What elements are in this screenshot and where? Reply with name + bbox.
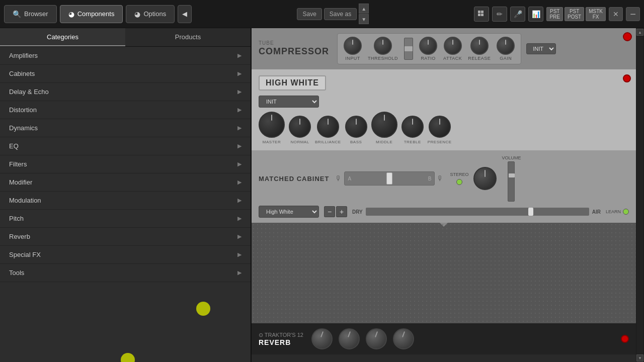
grille-pattern [252,223,636,323]
close-button[interactable]: ✕ [609,7,623,21]
category-arrow: ▶ [237,125,242,131]
tc-attack-knob[interactable] [444,37,462,55]
category-item-amplifiers[interactable]: Amplifiers▶ [0,47,251,65]
hw-header: HIGH WHITE [259,75,629,90]
hw-middle-label: MIDDLE [376,140,392,144]
hw-master-knob[interactable] [259,112,285,138]
products-tab[interactable]: Products [125,28,251,46]
mc-minus-button[interactable]: − [324,206,335,217]
tc-preset-dropdown[interactable]: INIT [526,43,556,54]
tc-threshold-label: THRESHOLD [368,56,398,61]
mc-volume-fader[interactable] [508,161,515,202]
mc-right-controls: STEREO VOLUME [450,155,521,202]
mc-learn-led[interactable] [623,209,629,215]
components-icon: ◕ [68,10,74,18]
mc-volume-knob[interactable] [473,167,497,190]
tc-input-group: INPUT [344,37,362,61]
pencil-icon[interactable]: ✏ [492,7,507,22]
mc-stereo-led[interactable] [456,179,462,185]
bar-chart-icon[interactable]: 📊 [528,7,543,22]
hw-brilliance-knob[interactable] [317,116,339,138]
hw-middle-knob[interactable] [371,112,397,138]
mstk-fx-button[interactable]: MSTKFX [586,7,606,21]
main-content: Categories Products Amplifiers▶Cabinets▶… [0,28,644,362]
minimize-button[interactable]: − [626,7,640,21]
category-item-dynamics[interactable]: Dynamics▶ [0,119,251,137]
categories-tab[interactable]: Categories [0,28,125,46]
tc-fader[interactable] [404,38,413,60]
traktor-knob-3[interactable] [366,328,387,349]
tc-threshold-knob[interactable] [374,37,392,55]
traktor-knob-4[interactable] [393,328,414,349]
tc-threshold-group: THRESHOLD [368,37,398,61]
mc-stereo-label: STEREO [450,172,468,177]
mc-ab-handle[interactable] [386,172,392,185]
tc-title: TUBE COMPRESSOR [259,40,329,57]
mc-dry-handle [528,208,533,216]
hw-title: HIGH WHITE [259,75,326,90]
category-item-delay-and-echo[interactable]: Delay & Echo▶ [0,83,251,101]
tc-gain-knob[interactable] [497,37,515,55]
tc-ratio-knob[interactable] [419,37,437,55]
hw-presence-group: PRESENCE [428,116,452,144]
pst-post-button[interactable]: PSTPOST [565,7,584,21]
svg-rect-1 [481,11,484,13]
hw-presence-knob[interactable] [429,116,451,138]
mic-icon[interactable]: 🎤 [510,7,525,22]
browser-icon: 🔍 [13,10,21,18]
mc-header: MATCHED CABINET 🎙 A B 🎙 [259,155,629,202]
toolbar-icons: ✏ 🎤 📊 PSTPRE PSTPOST MSTKFX ✕ − [474,7,640,22]
mc-dry-label: DRY [352,209,363,215]
tc-name: COMPRESSOR [259,46,329,57]
tc-input-knob[interactable] [344,37,362,55]
browser-button[interactable]: 🔍 Browser [4,5,57,23]
save-as-button[interactable]: Save as [324,8,357,20]
tc-gain-group: GAIN [497,37,515,61]
scroll-track[interactable] [636,36,643,354]
category-item-modifier[interactable]: Modifier▶ [0,173,251,192]
tc-ratio-group: RATIO [419,37,437,61]
right-panel-main: TUBE COMPRESSOR INPUT THRESHOLD [252,28,636,362]
traktor-reverb-label: REVERB [259,338,303,346]
category-arrow: ▶ [237,107,242,113]
mc-preset-dropdown[interactable]: High White [259,206,319,218]
mc-learn-group: LEARN [606,209,629,215]
components-button[interactable]: ◕ Components [60,5,123,23]
hw-brilliance-label: BRILLIANCE [315,140,341,144]
mc-ab-slider[interactable]: A B [344,171,435,186]
hw-normal-knob[interactable] [289,116,311,138]
traktor-knob-1[interactable] [311,328,333,349]
category-item-reverb[interactable]: Reverb▶ [0,228,251,246]
save-button[interactable]: Save [297,8,321,20]
mc-plus-button[interactable]: + [336,206,347,217]
tc-input-label: INPUT [345,56,360,61]
category-item-special-fx[interactable]: Special FX▶ [0,246,251,264]
hw-treble-knob[interactable] [401,116,424,138]
category-item-modulation[interactable]: Modulation▶ [0,192,251,210]
category-item-distortion[interactable]: Distortion▶ [0,101,251,119]
options-button[interactable]: ◕ Options [126,5,175,23]
hw-power-button[interactable] [623,74,631,82]
mc-slider-area: 🎙 A B 🎙 [335,171,444,186]
dropdown-down-arrow[interactable]: ▼ [359,14,369,24]
mc-title: MATCHED CABINET [259,175,329,183]
scroll-up-arrow[interactable]: ▲ [636,29,643,36]
scroll-down-arrow[interactable]: ▼ [636,354,643,361]
grid-icon[interactable] [474,7,489,22]
hw-bass-knob[interactable] [345,116,367,138]
category-item-filters[interactable]: Filters▶ [0,155,251,173]
collapse-button[interactable]: ◀ [178,5,192,23]
tc-release-knob[interactable] [470,37,489,55]
dropdown-up-arrow[interactable]: ▲ [359,4,369,14]
tc-power-button[interactable] [623,32,632,41]
traktor-knob-2[interactable] [339,328,360,349]
traktor-power-button[interactable] [621,335,629,343]
hw-preset-dropdown[interactable]: INIT [259,96,319,108]
category-item-tools[interactable]: Tools▶ [0,264,251,282]
category-item-cabinets[interactable]: Cabinets▶ [0,65,251,83]
pst-pre-button[interactable]: PSTPRE [546,7,563,21]
category-item-eq[interactable]: EQ▶ [0,137,251,155]
mc-dry-slider[interactable] [366,208,589,216]
category-item-pitch[interactable]: Pitch▶ [0,210,251,228]
right-scrollbar: ▲ ▼ [636,28,644,362]
